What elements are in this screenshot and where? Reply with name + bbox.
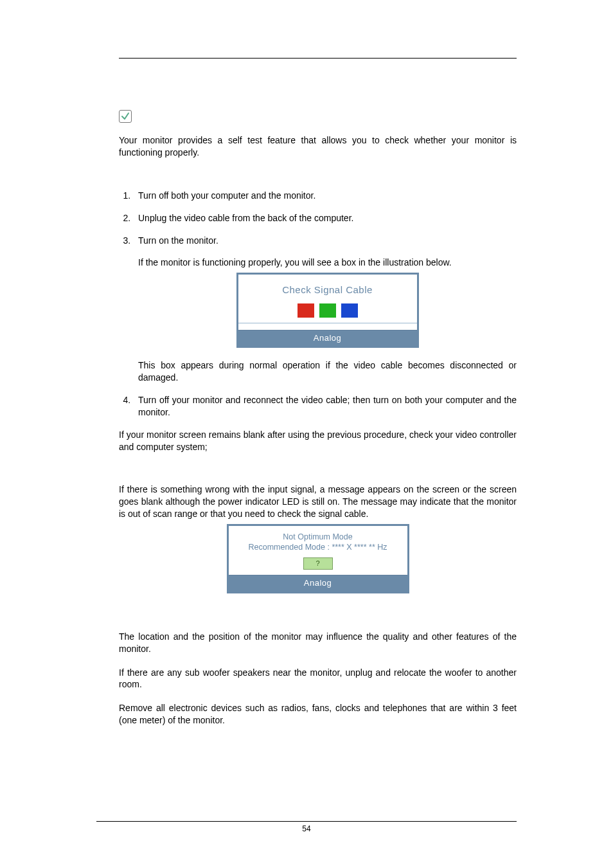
- blue-square-icon: [341, 303, 358, 318]
- page: Your monitor provides a self test featur…: [0, 0, 613, 868]
- step-text: Turn on the monitor.: [138, 235, 218, 246]
- figure-1-footer: Analog: [238, 330, 417, 347]
- note-icon: [119, 110, 132, 123]
- figure-1-body: Check Signal Cable: [238, 275, 417, 329]
- red-square-icon: [298, 303, 314, 318]
- bottom-rule: [96, 821, 517, 822]
- figure-check-signal-cable: Check Signal Cable Analog: [236, 273, 419, 348]
- step-3-after: This box appears during normal operation…: [138, 359, 517, 384]
- footer: 54: [96, 821, 517, 833]
- warning-paragraph: If there is something wrong with the inp…: [119, 484, 517, 520]
- spacer: [119, 464, 517, 484]
- intro-paragraph: Your monitor provides a self test featur…: [119, 134, 517, 159]
- figure-2-line2: Recommended Mode : **** X **** ** Hz: [235, 543, 401, 553]
- page-number: 54: [96, 824, 517, 833]
- env-paragraph-3: Remove all electronic devices such as ra…: [119, 702, 517, 727]
- figure-2-line1: Not Optimum Mode: [235, 532, 401, 543]
- figure-2-footer: Analog: [229, 575, 407, 592]
- step-text: Turn off your monitor and reconnect the …: [138, 395, 517, 417]
- figure-2-help-button: ?: [303, 557, 333, 570]
- figure-2-body: Not Optimum Mode Recommended Mode : ****…: [229, 526, 407, 575]
- spacer: [119, 605, 517, 631]
- env-paragraph-2: If there are any sub woofer speakers nea…: [119, 667, 517, 691]
- figure-not-optimum-mode: Not Optimum Mode Recommended Mode : ****…: [227, 524, 409, 593]
- step-text: Unplug the video cable from the back of …: [138, 213, 353, 223]
- env-paragraph-1: The location and the position of the mon…: [119, 631, 517, 655]
- step-text: Turn off both your computer and the moni…: [138, 190, 315, 201]
- after-steps-paragraph: If your monitor screen remains blank aft…: [119, 429, 517, 453]
- step-3-note: If the monitor is functioning properly, …: [138, 257, 517, 269]
- step-3: Turn on the monitor. If the monitor is f…: [133, 235, 517, 384]
- step-1: Turn off both your computer and the moni…: [133, 190, 517, 202]
- spacer: [119, 170, 517, 190]
- figure-1-wrap: Check Signal Cable Analog: [138, 273, 517, 348]
- content: Your monitor provides a self test featur…: [119, 59, 517, 727]
- step-2: Unplug the video cable from the back of …: [133, 212, 517, 224]
- green-square-icon: [319, 303, 336, 318]
- color-squares: [245, 303, 411, 323]
- step-4: Turn off your monitor and reconnect the …: [133, 394, 517, 419]
- figure-1-title: Check Signal Cable: [245, 284, 411, 296]
- figure-2-wrap: Not Optimum Mode Recommended Mode : ****…: [119, 524, 517, 593]
- figure-1-divider: [238, 323, 417, 323]
- steps-list: Turn off both your computer and the moni…: [119, 190, 517, 419]
